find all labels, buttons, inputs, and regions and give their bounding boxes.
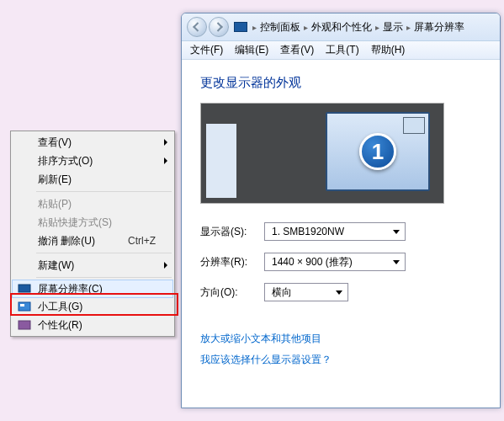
text-size-link[interactable]: 放大或缩小文本和其他项目 [200,332,481,346]
separator [36,253,172,253]
personalize-icon [18,318,31,332]
dropdown-value: 1. SMB1920NW [272,226,344,237]
chevron-down-icon [336,290,342,295]
separator [36,191,172,192]
ctx-screen-resolution[interactable]: 屏幕分辨率(C) [12,280,173,298]
chevron-right-icon: ▸ [406,23,411,32]
svg-rect-4 [19,321,30,329]
ctx-label: 排序方式(O) [38,154,156,168]
desktop-context-menu: 查看(V) 排序方式(O) 刷新(E) 粘贴(P) 粘贴快捷方式(S) 撤消 删… [10,131,175,337]
ctx-label: 撤消 删除(U) [38,234,128,248]
display-dropdown[interactable]: 1. SMB1920NW [264,222,406,241]
content-area: 更改显示器的外观 1 显示器(S): 1. SMB1920NW 分辨率(R): … [182,60,500,389]
ctx-label: 粘贴快捷方式(S) [38,216,156,230]
ctx-undo-delete[interactable]: 撤消 删除(U) Ctrl+Z [13,232,172,250]
preview-background [206,124,236,198]
menu-file[interactable]: 文件(F) [190,43,223,57]
menu-edit[interactable]: 编辑(E) [235,43,268,57]
ctx-label: 小工具(G) [38,300,156,314]
ctx-label: 屏幕分辨率(C) [38,282,156,296]
page-title: 更改显示器的外观 [200,75,481,91]
monitor-preview[interactable]: 1 [200,103,444,204]
resolution-label: 分辨率(R): [200,255,264,269]
ctx-label: 刷新(E) [38,173,156,187]
forward-button[interactable] [209,17,229,37]
separator [36,277,172,278]
crumb[interactable]: 控制面板 [260,20,300,35]
ctx-shortcut: Ctrl+Z [128,235,156,247]
orientation-dropdown[interactable]: 横向 [264,283,348,301]
dropdown-value: 1440 × 900 (推荐) [272,255,353,269]
chevron-down-icon [393,260,400,264]
back-button[interactable] [187,17,207,37]
ctx-new[interactable]: 新建(W) [13,256,172,274]
display-row: 显示器(S): 1. SMB1920NW [200,222,481,241]
ctx-label: 新建(W) [38,258,156,273]
menu-view[interactable]: 查看(V) [280,43,314,57]
chevron-right-icon [164,262,167,269]
menubar: 文件(F) 编辑(E) 查看(V) 工具(T) 帮助(H) [182,41,500,60]
crumb[interactable]: 外观和个性化 [311,20,372,35]
menu-tools[interactable]: 工具(T) [326,43,358,57]
chevron-right-icon [164,157,167,164]
ctx-label: 粘贴(P) [38,197,156,211]
display-label: 显示器(S): [200,225,264,239]
ctx-personalize[interactable]: 个性化(R) [13,316,172,334]
resolution-dropdown[interactable]: 1440 × 900 (推荐) [264,253,406,271]
ctx-gadgets[interactable]: 小工具(G) [13,297,172,316]
monitor-mini-icon [403,117,425,134]
resolution-row: 分辨率(R): 1440 × 900 (推荐) [200,253,481,271]
ctx-refresh[interactable]: 刷新(E) [13,170,172,189]
ctx-label: 查看(V) [38,136,156,150]
chevron-down-icon [393,230,400,234]
ctx-sort[interactable]: 排序方式(O) [13,152,172,170]
ctx-label: 个性化(R) [38,318,156,333]
ctx-paste-shortcut: 粘贴快捷方式(S) [13,213,172,232]
chevron-right-icon [164,139,167,146]
crumb[interactable]: 显示 [383,20,403,35]
crumb[interactable]: 屏幕分辨率 [414,20,464,35]
orientation-label: 方向(O): [200,285,264,300]
menu-help[interactable]: 帮助(H) [371,43,406,57]
svg-rect-0 [19,285,30,292]
chevron-right-icon: ▸ [304,23,308,32]
control-panel-icon [234,22,247,32]
ctx-paste: 粘贴(P) [13,195,172,213]
dropdown-value: 横向 [272,285,292,300]
gadget-icon [18,300,31,313]
which-display-link[interactable]: 我应该选择什么显示器设置？ [200,353,481,367]
svg-rect-1 [22,293,27,295]
svg-rect-3 [20,304,24,306]
display-settings-window: ▸ 控制面板 ▸ 外观和个性化 ▸ 显示 ▸ 屏幕分辨率 文件(F) 编辑(E)… [181,13,501,408]
monitor-thumbnail[interactable]: 1 [326,112,430,191]
chevron-right-icon: ▸ [375,23,379,32]
chevron-right-icon: ▸ [252,23,257,32]
orientation-row: 方向(O): 横向 [200,283,481,301]
nav-buttons [187,17,229,37]
breadcrumb[interactable]: ▸ 控制面板 ▸ 外观和个性化 ▸ 显示 ▸ 屏幕分辨率 [252,20,464,35]
monitor-number-badge: 1 [359,133,396,170]
ctx-view[interactable]: 查看(V) [13,133,172,152]
monitor-icon [18,282,31,296]
window-header: ▸ 控制面板 ▸ 外观和个性化 ▸ 显示 ▸ 屏幕分辨率 [182,13,500,41]
